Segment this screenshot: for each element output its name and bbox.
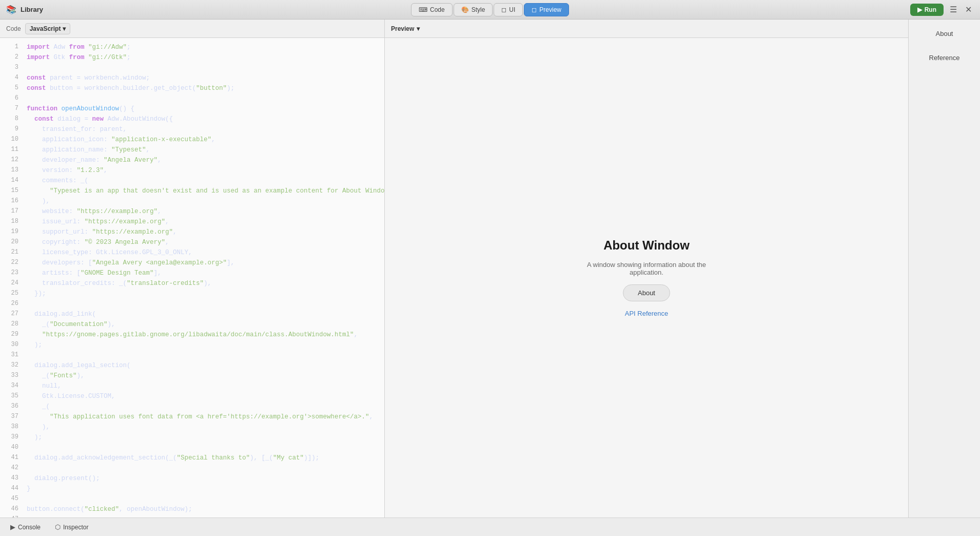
bottom-tab-inspector[interactable]: ⬡ Inspector [49, 521, 94, 533]
code-line: 39 ); [0, 432, 384, 443]
line-content: "https://gnome.pages.gitlab.gnome.org/li… [27, 330, 358, 340]
bottom-tab-console[interactable]: ▶ Console [4, 521, 47, 533]
preview-label: Preview ▾ [391, 25, 420, 32]
line-number: 40 [4, 443, 18, 453]
line-content: comments: _( [27, 176, 88, 186]
tab-preview[interactable]: ◻ Preview [524, 3, 569, 16]
preview-label-text: Preview [391, 25, 414, 32]
line-content: dialog.add_acknowledgement_section(_("Sp… [27, 453, 319, 463]
line-content: const parent = workbench.window; [27, 73, 150, 83]
line-number: 18 [4, 217, 18, 227]
line-content: import Adw from "gi://Adw"; [27, 42, 131, 52]
code-line: 31 [0, 350, 384, 360]
preview-tab-label: Preview [539, 6, 561, 13]
line-number: 38 [4, 422, 18, 432]
code-line: 4const parent = workbench.window; [0, 73, 384, 83]
line-content: ); [27, 432, 42, 443]
code-label: Code [6, 25, 21, 32]
line-number: 24 [4, 278, 18, 289]
code-line: 14 comments: _( [0, 176, 384, 186]
line-number: 44 [4, 484, 18, 494]
app-icon: 📚 [6, 5, 16, 14]
code-line: 27 dialog.add_link( [0, 309, 384, 319]
run-button[interactable]: ▶ Run [910, 4, 944, 16]
preview-tab-icon: ◻ [532, 6, 537, 13]
line-number: 3 [4, 63, 18, 73]
line-content: button.connect("clicked", openAboutWindo… [27, 504, 192, 514]
line-content: license_type: Gtk.License.GPL_3_0_ONLY, [27, 247, 192, 258]
titlebar-right: ▶ Run ☰ ✕ [569, 3, 974, 16]
inspector-label: Inspector [63, 524, 88, 531]
code-line: 5const button = workbench.builder.get_ob… [0, 83, 384, 93]
sidebar-item-about[interactable]: About [912, 23, 977, 45]
line-content: }); [27, 289, 46, 299]
line-content: developers: ["Angela Avery <angela@examp… [27, 258, 234, 268]
line-number: 21 [4, 247, 18, 258]
line-number: 31 [4, 350, 18, 360]
ui-tab-label: UI [509, 6, 515, 13]
preview-dropdown-icon: ▾ [417, 25, 420, 32]
line-number: 22 [4, 258, 18, 268]
main-content: Code JavaScript ▾ 1import Adw from "gi:/… [0, 20, 980, 518]
tab-ui[interactable]: ◻ UI [494, 3, 523, 16]
line-content: translator_credits: _("translator-credit… [27, 278, 211, 289]
line-number: 17 [4, 206, 18, 217]
menu-button[interactable]: ☰ [948, 3, 959, 16]
sidebar-item-reference[interactable]: Reference [912, 47, 977, 69]
titlebar-tabs: ⌨ Code 🎨 Style ◻ UI ◻ Preview [411, 3, 569, 16]
line-content: _("Fonts"), [27, 371, 85, 381]
console-label: Console [18, 524, 41, 531]
ui-tab-icon: ◻ [501, 6, 506, 13]
line-content: function openAboutWindow() { [27, 104, 134, 114]
code-line: 33 _("Fonts"), [0, 371, 384, 381]
code-line: 6 [0, 93, 384, 104]
code-line: 8 const dialog = new Adw.AboutWindow({ [0, 114, 384, 124]
code-line: 17 website: "https://example.org", [0, 206, 384, 217]
preview-content: About Window A window showing informatio… [385, 38, 908, 518]
code-line: 43 dialog.present(); [0, 473, 384, 484]
line-number: 23 [4, 268, 18, 278]
code-line: 3 [0, 63, 384, 73]
line-number: 4 [4, 73, 18, 83]
line-number: 45 [4, 494, 18, 504]
run-label: Run [925, 6, 936, 13]
about-window-button[interactable]: About [623, 284, 670, 301]
code-line: 45 [0, 494, 384, 504]
line-content: transient_for: parent, [27, 124, 127, 135]
api-reference-link[interactable]: API Reference [625, 310, 669, 317]
tab-style[interactable]: 🎨 Style [454, 3, 493, 16]
line-number: 37 [4, 412, 18, 422]
about-window-description: A window showing information about the a… [570, 261, 723, 276]
code-line: 37 "This application uses font data from… [0, 412, 384, 422]
line-content: null, [27, 381, 62, 391]
line-number: 42 [4, 463, 18, 473]
code-panel: Code JavaScript ▾ 1import Adw from "gi:/… [0, 20, 385, 518]
titlebar-left: 📚 Library [6, 5, 411, 14]
app-title: Library [21, 6, 43, 13]
code-editor[interactable]: 1import Adw from "gi://Adw";2import Gtk … [0, 38, 384, 518]
line-content: } [27, 484, 31, 494]
inspector-icon: ⬡ [55, 523, 61, 531]
console-icon: ▶ [10, 523, 15, 531]
close-button[interactable]: ✕ [963, 3, 974, 16]
line-number: 32 [4, 360, 18, 371]
line-number: 25 [4, 289, 18, 299]
style-tab-icon: 🎨 [461, 6, 469, 13]
code-line: 25 }); [0, 289, 384, 299]
line-number: 41 [4, 453, 18, 463]
line-content: website: "https://example.org", [27, 206, 162, 217]
code-line: 2import Gtk from "gi://Gtk"; [0, 52, 384, 63]
line-number: 39 [4, 432, 18, 443]
line-content: copyright: "© 2023 Angela Avery", [27, 237, 169, 247]
line-number: 1 [4, 42, 18, 52]
close-icon: ✕ [965, 5, 972, 14]
titlebar: 📚 Library ⌨ Code 🎨 Style ◻ UI ◻ Preview … [0, 0, 980, 20]
line-content: import Gtk from "gi://Gtk"; [27, 52, 131, 63]
code-line: 44} [0, 484, 384, 494]
line-content: developer_name: "Angela Avery", [27, 155, 162, 165]
tab-code[interactable]: ⌨ Code [411, 3, 453, 16]
line-content: dialog.add_legal_section( [27, 360, 131, 371]
language-selector[interactable]: JavaScript ▾ [25, 23, 71, 34]
line-content: version: "1.2.3", [27, 165, 108, 176]
line-number: 29 [4, 330, 18, 340]
